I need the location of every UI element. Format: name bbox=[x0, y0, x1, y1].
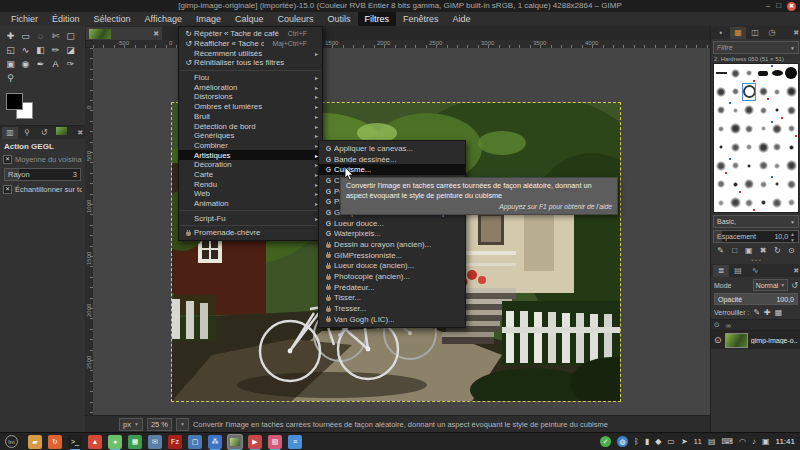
artistic-menu-item-van-gogh-lic[interactable]: Van Gogh (LIC)... bbox=[319, 314, 465, 325]
tab-image-thumbnail[interactable] bbox=[53, 127, 69, 139]
option-sample-all-layers[interactable]: ✕ Échantillonner sur tous les calq bbox=[0, 183, 85, 196]
dock-close-icon[interactable]: ✖ bbox=[793, 267, 799, 275]
brush-cell[interactable] bbox=[770, 64, 784, 83]
tab-paths[interactable]: ∿ bbox=[747, 265, 763, 277]
brush-cell[interactable] bbox=[770, 83, 784, 102]
filters-menu-item-rendu[interactable]: Rendu▸ bbox=[179, 179, 322, 189]
brush-cell[interactable] bbox=[742, 64, 756, 83]
artistic-menu-item-photocopie-ancien[interactable]: Photocopie (ancien)... bbox=[319, 271, 465, 282]
brush-cell[interactable] bbox=[756, 194, 770, 213]
taskbar-app-vlc-player[interactable]: ▲ bbox=[88, 435, 102, 449]
brush-cell[interactable] bbox=[770, 138, 784, 157]
layer-visibility-icon[interactable]: ⊙ bbox=[714, 335, 722, 345]
brush-cell[interactable] bbox=[728, 175, 742, 194]
tab-channels[interactable]: ▤ bbox=[730, 265, 746, 277]
spinner-arrows-icon[interactable]: ▲▼ bbox=[790, 231, 795, 243]
brush-cell[interactable] bbox=[784, 175, 798, 194]
artistic-menu-item-lueur-douce[interactable]: GLueur douce... bbox=[319, 218, 465, 229]
brush-cell[interactable] bbox=[756, 138, 770, 157]
taskbar-app-gimp[interactable] bbox=[228, 435, 242, 449]
scissors-select-tool[interactable]: ✄ bbox=[48, 29, 63, 43]
zoom-chevron-button[interactable]: ▼ bbox=[176, 418, 189, 431]
brush-cell[interactable] bbox=[728, 120, 742, 139]
filters-menu-item-recemment-utilises[interactable]: Récemment utilisés▸ bbox=[179, 48, 322, 58]
brush-cell[interactable] bbox=[784, 194, 798, 213]
brush-cell[interactable] bbox=[728, 64, 742, 83]
filters-menu-item-flou[interactable]: Flou▸ bbox=[179, 73, 322, 83]
foreground-color-swatch[interactable] bbox=[6, 93, 23, 110]
lock-pixels-icon[interactable]: ✎ bbox=[753, 308, 760, 317]
filters-menu-item-reinitialiser-tous-les-filtres[interactable]: ↺Réinitialiser tous les filtres bbox=[179, 58, 322, 68]
menubar-item-affichage[interactable]: Affichage bbox=[138, 12, 189, 26]
brush-cell[interactable] bbox=[784, 101, 798, 120]
gradient-tool[interactable]: ◧ bbox=[33, 43, 48, 57]
dock-close-icon[interactable]: ✖ bbox=[793, 29, 799, 37]
unit-dropdown[interactable]: px ▼ bbox=[119, 418, 143, 431]
filters-menu-item-bruit[interactable]: Bruit▸ bbox=[179, 112, 322, 122]
wifi-icon[interactable]: ◠ bbox=[739, 435, 746, 449]
taskbar-app-filezilla[interactable]: Fz bbox=[168, 435, 182, 449]
pencil-tool[interactable]: ✏ bbox=[48, 43, 63, 57]
menubar-item-couleurs[interactable]: Couleurs bbox=[271, 12, 321, 26]
brush-cell[interactable] bbox=[784, 83, 798, 102]
menubar-item-calque[interactable]: Calque bbox=[228, 12, 271, 26]
ink-tool[interactable]: ✑ bbox=[63, 57, 78, 71]
pointer-icon[interactable]: ➤ bbox=[681, 435, 688, 449]
brush-cell[interactable] bbox=[742, 83, 756, 102]
eraser-tool[interactable]: ◪ bbox=[63, 43, 78, 57]
free-select-tool[interactable]: ◌ bbox=[33, 29, 48, 43]
menubar-item-filtres[interactable]: Filtres bbox=[358, 12, 397, 26]
brush-cell[interactable] bbox=[756, 120, 770, 139]
rectangle-select-tool[interactable]: ▭ bbox=[18, 29, 33, 43]
delete-brush-button[interactable]: ✖ bbox=[758, 245, 769, 256]
option-mean-neighborhood[interactable]: ✕ Moyenne du voisinage bbox=[0, 153, 85, 166]
filters-menu-item-detection-de-bord[interactable]: Détection de bord▸ bbox=[179, 121, 322, 131]
notification-count[interactable]: 11 bbox=[694, 435, 702, 449]
crop-tool[interactable]: ▢ bbox=[63, 29, 78, 43]
edit-brush-button[interactable]: ✎ bbox=[715, 245, 726, 256]
filters-menu-item-reafficher-tache-de-cafe[interactable]: ↺Réafficher « Tache de café »Maj+Ctrl+F bbox=[179, 39, 322, 49]
titlebar[interactable]: [gimp-image-originale] (importée)-15.0 (… bbox=[0, 0, 800, 12]
brush-cell[interactable] bbox=[714, 194, 728, 213]
taskbar-app-paw-app[interactable]: ⁂ bbox=[208, 435, 222, 449]
warp-tool[interactable]: ∿ bbox=[18, 43, 33, 57]
zoom-tool[interactable]: ⚲ bbox=[3, 71, 18, 85]
artistic-menu-item-appliquer-le-canevas[interactable]: GAppliquer le canevas... bbox=[319, 143, 465, 154]
brush-grid[interactable] bbox=[713, 63, 799, 213]
menubar-item-outils[interactable]: Outils bbox=[321, 12, 358, 26]
menubar-item-fichier[interactable]: Fichier bbox=[4, 12, 45, 26]
tab-tool-options[interactable]: ▥ bbox=[2, 127, 18, 139]
layer-row[interactable]: ⊙ gimp-image-o... bbox=[711, 331, 800, 349]
brush-cell[interactable] bbox=[784, 64, 798, 83]
brush-cell[interactable] bbox=[784, 138, 798, 157]
brush-cell[interactable] bbox=[728, 194, 742, 213]
maximize-button[interactable]: □ bbox=[776, 0, 781, 12]
artistic-menu-item-dessin-au-crayon-ancien[interactable]: Dessin au crayon (ancien)... bbox=[319, 239, 465, 250]
artistic-menu-item-cubisme[interactable]: GCubisme... bbox=[319, 164, 465, 175]
artistic-menu-item-lueur-douce-ancien[interactable]: Lueur douce (ancien)... bbox=[319, 261, 465, 272]
updates-ok-icon[interactable]: ✓ bbox=[600, 436, 611, 447]
taskbar-clock[interactable]: 11:41 bbox=[776, 437, 795, 446]
brush-cell[interactable] bbox=[756, 101, 770, 120]
artistic-menu-item-waterpixels[interactable]: GWaterpixels... bbox=[319, 229, 465, 240]
tab-device-status[interactable]: ⚲ bbox=[19, 127, 35, 139]
minimize-button[interactable]: – bbox=[766, 0, 770, 12]
filters-menu-item-repeter-tache-de-cafe[interactable]: ↻Répéter « Tache de café »Ctrl+F bbox=[179, 29, 322, 39]
taskbar-app-spreadsheet[interactable]: ▦ bbox=[128, 435, 142, 449]
new-brush-button[interactable]: □ bbox=[729, 245, 740, 256]
artistic-menu-item-tresser[interactable]: Tresser... bbox=[319, 303, 465, 314]
color-swatches[interactable] bbox=[6, 93, 40, 121]
close-button[interactable]: ✖ bbox=[787, 2, 796, 11]
tab-layers[interactable]: ≣ bbox=[713, 265, 729, 277]
taskbar-app-terminal[interactable]: >_ bbox=[68, 435, 82, 449]
brush-cell[interactable] bbox=[742, 101, 756, 120]
lock-position-icon[interactable]: ✚ bbox=[764, 308, 771, 317]
brush-cell[interactable] bbox=[770, 175, 784, 194]
spacing-slider[interactable]: Espacement 10,0 ▲▼ bbox=[713, 230, 799, 243]
brush-cell[interactable] bbox=[728, 83, 742, 102]
brush-cell[interactable] bbox=[770, 101, 784, 120]
taskbar-app-file-tool[interactable]: ▢ bbox=[188, 435, 202, 449]
menubar-item-fenetres[interactable]: Fenêtres bbox=[396, 12, 446, 26]
brush-cell[interactable] bbox=[714, 64, 728, 83]
brush-cell[interactable] bbox=[714, 157, 728, 176]
